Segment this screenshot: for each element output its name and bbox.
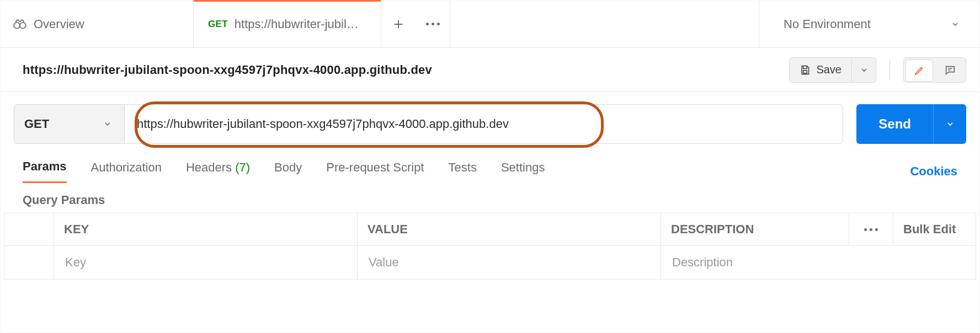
key-input[interactable] [64,255,347,270]
tab-method-badge: GET [208,19,228,30]
url-field-container [124,104,843,144]
cell-value[interactable] [358,246,661,280]
tab-actions [381,1,450,47]
plus-icon [392,18,404,30]
dots-icon [859,228,883,231]
url-input[interactable] [125,105,843,143]
col-options[interactable] [849,213,893,246]
value-input[interactable] [368,255,651,270]
tab-request-active[interactable]: GET https://hubwriter-jubilant [194,1,381,47]
documentation-toggle[interactable] [906,60,933,82]
description-input[interactable] [671,255,966,270]
tab-request-title: https://hubwriter-jubilant [235,17,359,31]
row-handle[interactable] [4,246,54,280]
tabbar-spacer [450,1,759,47]
environment-label: No Environment [784,17,871,31]
chevron-down-icon [860,66,869,74]
request-title-bar: https://hubwriter-jubilant-spoon-xxg4597… [1,48,979,92]
col-key-header: KEY [54,213,358,246]
bulk-edit-button[interactable]: Bulk Edit [893,213,976,246]
save-caret[interactable] [852,57,876,83]
send-caret[interactable] [933,104,966,144]
col-value-header: VALUE [358,213,661,246]
chevron-down-icon [103,120,112,128]
svg-rect-2 [803,70,807,73]
query-params-heading: Query Params [1,183,979,213]
view-toggle-group [903,57,966,83]
http-method-select[interactable]: GET [14,104,124,144]
tab-params[interactable]: Params [23,159,67,183]
tab-headers[interactable]: Headers (7) [186,160,250,182]
pencil-icon [913,65,925,77]
tab-overflow-button[interactable] [416,1,450,47]
tab-settings[interactable]: Settings [501,160,545,182]
new-tab-button[interactable] [381,1,416,47]
cell-description[interactable] [661,246,976,280]
chevron-down-icon [946,120,955,128]
table-row [4,246,976,280]
send-button-group: Send [856,104,966,144]
request-subtabs: Params Authorization Headers (7) Body Pr… [1,152,979,183]
cell-key[interactable] [54,246,358,280]
save-button-group: Save [789,57,876,83]
col-handle [4,213,54,246]
title-actions: Save [789,57,966,83]
tab-authorization[interactable]: Authorization [91,160,162,182]
tab-overview-label: Overview [34,17,84,31]
comments-toggle[interactable] [935,58,966,82]
environment-selector[interactable]: No Environment [759,1,979,47]
save-label: Save [816,63,841,76]
tab-bar: Overview GET https://hubwriter-jubilant … [1,1,979,48]
table-header-row: KEY VALUE DESCRIPTION Bulk Edit [4,213,976,246]
cookies-link[interactable]: Cookies [910,164,957,179]
save-button[interactable]: Save [789,57,852,83]
dots-icon [426,23,440,25]
postman-request-builder: Overview GET https://hubwriter-jubilant … [0,0,980,333]
col-description-header: DESCRIPTION [661,213,849,246]
floppy-icon [800,65,811,76]
svg-point-1 [20,22,26,28]
comment-icon [944,64,956,76]
tab-body[interactable]: Body [274,160,302,182]
chevron-down-icon [951,20,960,29]
http-method-value: GET [24,117,49,131]
binoculars-icon [13,17,27,31]
divider [890,60,890,80]
svg-point-0 [14,22,20,28]
query-params-table: KEY VALUE DESCRIPTION Bulk Edit [4,213,976,280]
tab-overview[interactable]: Overview [1,1,194,47]
request-builder: GET Send [1,92,979,152]
send-button[interactable]: Send [856,104,933,144]
tab-headers-count: (7) [235,160,250,174]
tab-tests[interactable]: Tests [449,160,477,182]
request-title: https://hubwriter-jubilant-spoon-xxg4597… [23,63,432,77]
tab-prerequest[interactable]: Pre-request Script [326,160,424,182]
tab-headers-label: Headers [186,160,232,174]
